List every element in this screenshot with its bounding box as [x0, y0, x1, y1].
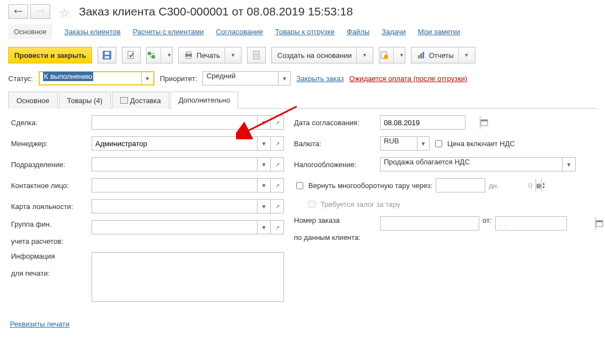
- nav-link-orders[interactable]: Заказы клиентов: [65, 28, 121, 36]
- division-dropdown-btn[interactable]: ▼: [258, 157, 271, 172]
- reports-button[interactable]: Отчеты ▼: [411, 47, 475, 63]
- nav-link-approval[interactable]: Согласование: [216, 28, 263, 36]
- loyalty-dropdown-btn[interactable]: ▼: [258, 199, 271, 213]
- floppy-icon: [103, 51, 111, 60]
- print-info-textarea[interactable]: [92, 252, 284, 302]
- header-row: 🡐 🡒 ☆ Заказ клиента С300-000001 от 08.08…: [0, 0, 605, 22]
- swap-icon: [147, 51, 156, 60]
- chart-icon: [417, 51, 426, 60]
- toolbar: Провести и закрыть ▼ Печать ▼ Создать на…: [0, 45, 605, 69]
- svg-rect-15: [418, 55, 420, 58]
- days-unit-label: дн.: [489, 181, 499, 190]
- return-container-checkbox[interactable]: [296, 182, 303, 189]
- contact-label: Контактное лицо:: [11, 181, 88, 190]
- manager-field[interactable]: [92, 136, 258, 151]
- nav-link-tasks[interactable]: Задачи: [382, 28, 406, 36]
- client-order-date-field[interactable]: [495, 216, 567, 231]
- vat-included-checkbox[interactable]: [435, 140, 442, 147]
- fingroup-open-btn[interactable]: ↗: [271, 220, 284, 234]
- post-doc-icon: [127, 51, 136, 60]
- print-requisites-link[interactable]: Реквизиты печати: [10, 320, 69, 328]
- payment-expected-link[interactable]: Ожидается оплата (после отгрузки): [349, 74, 467, 83]
- nav-link-settlements[interactable]: Расчеты с клиентами: [133, 28, 204, 36]
- approval-date-calendar-btn[interactable]: [480, 116, 488, 129]
- svg-rect-20: [481, 120, 488, 121]
- tab-main[interactable]: Основное: [8, 92, 58, 109]
- manager-label: Менеджер:: [11, 140, 88, 148]
- client-order-date-calendar-btn[interactable]: [595, 217, 603, 230]
- nav-forward-button[interactable]: 🡒: [30, 4, 50, 19]
- svg-rect-7: [186, 52, 191, 54]
- document-icon: [252, 51, 261, 60]
- annotation-arrow: [236, 101, 308, 140]
- tax-field[interactable]: Продажа облагается НДС: [380, 157, 563, 172]
- movement-icon-button[interactable]: ▼: [146, 47, 173, 63]
- priority-label: Приоритет:: [160, 74, 197, 83]
- return-container-days-field[interactable]: ▦ ▲▼: [436, 178, 485, 192]
- tab-goods[interactable]: Товары (4): [59, 92, 111, 109]
- svg-rect-22: [596, 221, 603, 222]
- fingroup-dropdown-btn[interactable]: ▼: [258, 220, 271, 234]
- form-area: Сделка: ▼ ↗ Менеджер: ▼ ↗ Подразделение:…: [0, 109, 605, 317]
- calendar-icon: [596, 220, 603, 227]
- status-label: Статус:: [8, 74, 33, 83]
- contact-open-btn[interactable]: ↗: [271, 178, 284, 192]
- spinner-up-down[interactable]: ▲▼: [541, 179, 545, 192]
- tax-dropdown-btn[interactable]: ▼: [563, 157, 576, 172]
- priority-field[interactable]: Средний ▼: [202, 71, 291, 85]
- svg-rect-17: [422, 52, 424, 58]
- create-based-on-button[interactable]: Создать на основании ▼: [271, 47, 373, 63]
- structure-icon-button[interactable]: [247, 47, 266, 63]
- svg-rect-2: [105, 56, 109, 58]
- order-number-label: Номер заказа по данным клиента:: [294, 216, 377, 242]
- loyalty-open-btn[interactable]: ↗: [271, 199, 284, 213]
- favorite-star-icon[interactable]: ☆: [59, 6, 70, 17]
- fingroup-label: Группа фин. учета расчетов:: [11, 220, 88, 245]
- tab-additional[interactable]: Дополнительно: [170, 92, 239, 109]
- related-doc-icon: [380, 51, 389, 60]
- nav-main-label[interactable]: Основное: [8, 24, 52, 39]
- fingroup-field[interactable]: [92, 220, 258, 234]
- deal-field[interactable]: [92, 115, 258, 130]
- post-icon-button[interactable]: [122, 47, 141, 63]
- tab-delivery[interactable]: Доставка: [112, 92, 169, 109]
- calendar-icon: [480, 119, 488, 126]
- svg-point-14: [384, 55, 388, 59]
- svg-rect-16: [420, 53, 422, 58]
- nav-back-button[interactable]: 🡐: [8, 4, 28, 19]
- status-field[interactable]: К выполнению ▼: [39, 71, 154, 85]
- loyalty-label: Карта лояльности:: [11, 202, 88, 211]
- approval-date-field[interactable]: [380, 115, 465, 130]
- contact-field[interactable]: [92, 178, 258, 192]
- info-label: Информация для печати:: [11, 252, 88, 277]
- client-order-number-field[interactable]: [380, 216, 479, 231]
- currency-label: Валюта:: [294, 140, 377, 148]
- printer-icon: [184, 51, 193, 60]
- return-container-label: Вернуть многооборотную тару через:: [308, 181, 432, 190]
- save-icon-button[interactable]: [98, 47, 116, 63]
- close-order-link[interactable]: Закрыть заказ: [296, 74, 344, 83]
- svg-rect-8: [186, 56, 191, 58]
- priority-dropdown-btn[interactable]: ▼: [278, 72, 290, 85]
- print-button[interactable]: Печать ▼: [178, 47, 242, 63]
- nav-link-goods-to-ship[interactable]: Товары к отгрузке: [275, 28, 335, 36]
- loyalty-field[interactable]: [92, 199, 258, 213]
- deposit-required-checkbox: [308, 201, 315, 208]
- svg-rect-1: [105, 52, 109, 55]
- division-label: Подразделение:: [11, 160, 88, 169]
- svg-rect-4: [148, 52, 151, 55]
- vat-included-label: Цена включает НДС: [447, 140, 515, 148]
- tax-label: Налогообложение:: [294, 160, 377, 169]
- status-row: Статус: К выполнению ▼ Приоритет: Средни…: [0, 69, 605, 91]
- division-field[interactable]: [92, 157, 258, 172]
- currency-dropdown-btn[interactable]: ▼: [417, 137, 429, 150]
- contact-dropdown-btn[interactable]: ▼: [258, 178, 271, 192]
- calc-btn[interactable]: ▦: [536, 179, 541, 192]
- attach-icon-button[interactable]: ▼: [379, 47, 405, 63]
- status-dropdown-btn[interactable]: ▼: [141, 72, 153, 84]
- division-open-btn[interactable]: ↗: [271, 157, 284, 172]
- nav-link-files[interactable]: Файлы: [347, 28, 370, 36]
- nav-link-my-notes[interactable]: Мои заметки: [418, 28, 461, 36]
- post-and-close-button[interactable]: Провести и закрыть: [8, 47, 92, 63]
- currency-field[interactable]: RUB ▼: [380, 136, 430, 151]
